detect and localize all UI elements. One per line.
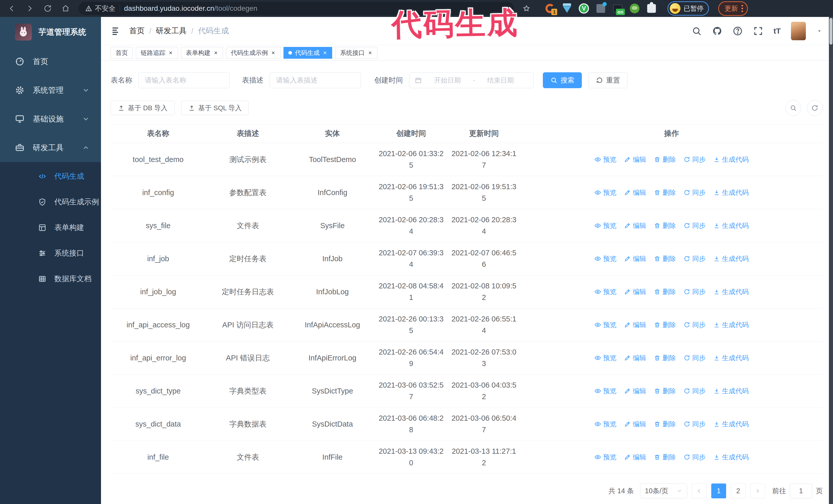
- app-logo[interactable]: 芋道管理系统: [0, 17, 101, 47]
- 预览-action[interactable]: 预览: [594, 253, 616, 265]
- home-icon[interactable]: [58, 1, 73, 16]
- 编辑-action[interactable]: 编辑: [624, 452, 646, 463]
- back-icon[interactable]: [5, 1, 19, 16]
- date-range-picker[interactable]: -: [409, 72, 533, 88]
- 同步-action[interactable]: 同步: [684, 220, 706, 232]
- tab-系统接口[interactable]: 系统接口: [335, 47, 377, 59]
- 生成代码-action[interactable]: 生成代码: [713, 286, 749, 297]
- forward-icon[interactable]: [23, 1, 37, 16]
- 预览-action[interactable]: 预览: [594, 352, 616, 364]
- 同步-action[interactable]: 同步: [684, 418, 706, 430]
- 同步-action[interactable]: 同步: [684, 385, 706, 397]
- 生成代码-action[interactable]: 生成代码: [713, 418, 749, 430]
- search-button[interactable]: 搜索: [543, 72, 582, 88]
- 编辑-action[interactable]: 编辑: [624, 253, 646, 265]
- 编辑-action[interactable]: 编辑: [624, 319, 646, 331]
- breadcrumb-item[interactable]: 研发工具: [156, 26, 187, 36]
- refresh-button[interactable]: [807, 100, 823, 116]
- 编辑-action[interactable]: 编辑: [624, 418, 646, 430]
- extension-icon-puzzle[interactable]: [646, 3, 657, 14]
- sidebar-item[interactable]: 研发工具: [0, 133, 101, 162]
- tab-表单构建[interactable]: 表单构建: [181, 47, 223, 59]
- page-button-2[interactable]: 2: [731, 483, 745, 498]
- import-sql-button[interactable]: 基于 SQL 导入: [181, 101, 249, 115]
- page-button-1[interactable]: 1: [711, 483, 726, 498]
- 删除-action[interactable]: 删除: [654, 385, 676, 397]
- sidebar-subitem[interactable]: 系统接口: [0, 240, 101, 266]
- extension-icon-monkey[interactable]: [629, 3, 640, 14]
- search-toggle-button[interactable]: [785, 100, 801, 116]
- chrome-menu-icon[interactable]: [741, 5, 743, 12]
- 删除-action[interactable]: 删除: [654, 352, 676, 364]
- table-desc-input[interactable]: [270, 72, 361, 88]
- 同步-action[interactable]: 同步: [684, 319, 706, 331]
- 生成代码-action[interactable]: 生成代码: [713, 220, 749, 232]
- extension-icon-green-check[interactable]: V: [578, 3, 590, 14]
- 预览-action[interactable]: 预览: [594, 452, 616, 463]
- browser-profile-chip[interactable]: 已暂停: [667, 1, 709, 16]
- 同步-action[interactable]: 同步: [684, 253, 706, 265]
- goto-page-input[interactable]: [790, 483, 812, 498]
- 预览-action[interactable]: 预览: [594, 187, 616, 198]
- browser-update-button[interactable]: 更新: [718, 1, 748, 16]
- close-icon[interactable]: [214, 50, 218, 55]
- font-size-icon[interactable]: tT: [774, 27, 781, 35]
- close-icon[interactable]: [323, 50, 327, 55]
- extension-icon-dark[interactable]: on: [612, 3, 623, 14]
- date-start-input[interactable]: [426, 76, 469, 85]
- hamburger-icon[interactable]: [111, 26, 121, 36]
- 编辑-action[interactable]: 编辑: [624, 352, 646, 364]
- bookmark-star-icon[interactable]: [519, 1, 533, 16]
- 生成代码-action[interactable]: 生成代码: [713, 452, 749, 463]
- github-icon[interactable]: [712, 26, 722, 36]
- security-warning[interactable]: 不安全: [85, 4, 116, 13]
- user-avatar[interactable]: [791, 22, 806, 40]
- chevron-down-icon[interactable]: [816, 28, 823, 34]
- date-end-input[interactable]: [479, 76, 522, 85]
- extension-icon-columns[interactable]: [595, 3, 606, 14]
- prev-page-button[interactable]: [692, 483, 707, 498]
- reset-button[interactable]: 重置: [589, 72, 627, 88]
- 删除-action[interactable]: 删除: [654, 154, 676, 165]
- tab-链路追踪[interactable]: 链路追踪: [136, 47, 178, 59]
- 删除-action[interactable]: 删除: [654, 286, 676, 297]
- close-icon[interactable]: [168, 50, 173, 55]
- help-icon[interactable]: [733, 26, 743, 36]
- 同步-action[interactable]: 同步: [684, 352, 706, 364]
- 删除-action[interactable]: 删除: [654, 187, 676, 198]
- 编辑-action[interactable]: 编辑: [624, 286, 646, 297]
- 编辑-action[interactable]: 编辑: [624, 220, 646, 232]
- sidebar-item[interactable]: 基础设施: [0, 104, 101, 133]
- 删除-action[interactable]: 删除: [654, 220, 676, 232]
- import-db-button[interactable]: 基于 DB 导入: [111, 101, 174, 115]
- 同步-action[interactable]: 同步: [684, 154, 706, 165]
- 删除-action[interactable]: 删除: [654, 418, 676, 430]
- 生成代码-action[interactable]: 生成代码: [713, 319, 749, 331]
- reload-icon[interactable]: [41, 1, 55, 16]
- 同步-action[interactable]: 同步: [684, 187, 706, 198]
- next-page-button[interactable]: [750, 483, 765, 498]
- search-icon[interactable]: [691, 26, 702, 36]
- 生成代码-action[interactable]: 生成代码: [713, 352, 749, 364]
- 生成代码-action[interactable]: 生成代码: [713, 385, 749, 397]
- 生成代码-action[interactable]: 生成代码: [713, 187, 749, 198]
- 预览-action[interactable]: 预览: [594, 385, 616, 397]
- fullscreen-icon[interactable]: [753, 26, 763, 36]
- 预览-action[interactable]: 预览: [594, 154, 616, 165]
- page-size-select[interactable]: 10条/页: [640, 483, 687, 498]
- extension-icon-orange[interactable]: 1: [544, 3, 556, 14]
- 预览-action[interactable]: 预览: [594, 319, 616, 331]
- sidebar-subitem[interactable]: 代码生成示例: [0, 189, 101, 215]
- sidebar-item[interactable]: 系统管理: [0, 76, 101, 104]
- 生成代码-action[interactable]: 生成代码: [713, 154, 749, 165]
- 编辑-action[interactable]: 编辑: [624, 385, 646, 397]
- 删除-action[interactable]: 删除: [654, 452, 676, 463]
- 编辑-action[interactable]: 编辑: [624, 154, 646, 165]
- sidebar-item[interactable]: 首页: [0, 47, 101, 76]
- tab-首页[interactable]: 首页: [111, 47, 133, 59]
- sidebar-subitem[interactable]: 表单构建: [0, 215, 101, 240]
- close-icon[interactable]: [271, 50, 276, 55]
- 删除-action[interactable]: 删除: [654, 253, 676, 265]
- 生成代码-action[interactable]: 生成代码: [713, 253, 749, 265]
- 预览-action[interactable]: 预览: [594, 418, 616, 430]
